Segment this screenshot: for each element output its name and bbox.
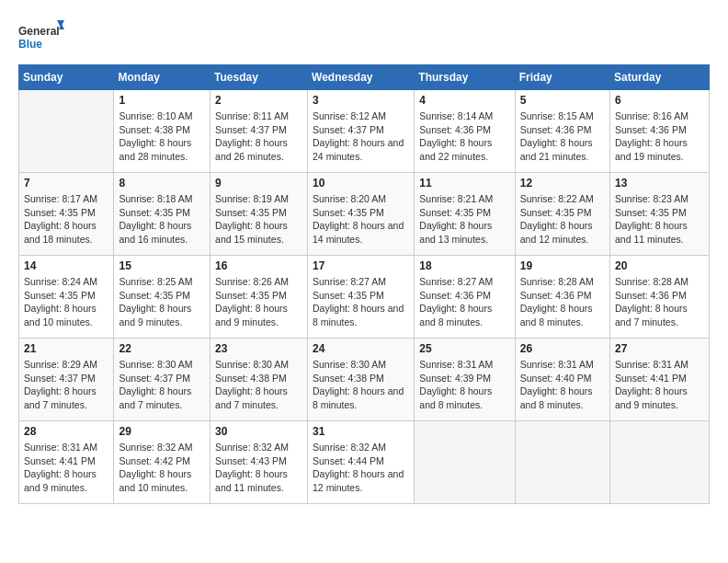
calendar-week-4: 21Sunrise: 8:29 AMSunset: 4:37 PMDayligh…	[19, 339, 710, 421]
day-info: Sunrise: 8:28 AMSunset: 4:36 PMDaylight:…	[615, 275, 704, 329]
day-number: 12	[520, 177, 605, 190]
calendar-cell: 23Sunrise: 8:30 AMSunset: 4:38 PMDayligh…	[210, 339, 308, 421]
day-number: 3	[313, 94, 409, 107]
page-header: General Blue	[18, 18, 710, 55]
calendar-cell: 6Sunrise: 8:16 AMSunset: 4:36 PMDaylight…	[610, 90, 710, 173]
calendar-cell: 3Sunrise: 8:12 AMSunset: 4:37 PMDaylight…	[308, 90, 415, 173]
day-info: Sunrise: 8:19 AMSunset: 4:35 PMDaylight:…	[215, 192, 302, 247]
day-info: Sunrise: 8:31 AMSunset: 4:41 PMDaylight:…	[24, 441, 108, 495]
calendar-cell: 15Sunrise: 8:25 AMSunset: 4:35 PMDayligh…	[114, 256, 210, 339]
day-number: 14	[24, 259, 108, 272]
calendar-week-2: 7Sunrise: 8:17 AMSunset: 4:35 PMDaylight…	[19, 173, 710, 256]
calendar-cell: 14Sunrise: 8:24 AMSunset: 4:35 PMDayligh…	[19, 256, 114, 339]
calendar-cell: 10Sunrise: 8:20 AMSunset: 4:35 PMDayligh…	[308, 173, 415, 256]
day-number: 26	[520, 342, 605, 355]
calendar-cell	[515, 421, 609, 504]
day-number: 18	[419, 259, 509, 272]
calendar-cell: 1Sunrise: 8:10 AMSunset: 4:38 PMDaylight…	[114, 90, 210, 173]
day-number: 30	[215, 425, 302, 438]
day-number: 8	[119, 177, 205, 190]
calendar-cell: 22Sunrise: 8:30 AMSunset: 4:37 PMDayligh…	[114, 339, 210, 421]
day-number: 13	[615, 177, 704, 190]
calendar-cell: 8Sunrise: 8:18 AMSunset: 4:35 PMDaylight…	[114, 173, 210, 256]
calendar-cell: 5Sunrise: 8:15 AMSunset: 4:36 PMDaylight…	[515, 90, 609, 173]
svg-text:Blue: Blue	[18, 38, 42, 51]
day-info: Sunrise: 8:22 AMSunset: 4:35 PMDaylight:…	[520, 192, 605, 247]
day-number: 9	[215, 177, 302, 190]
day-info: Sunrise: 8:31 AMSunset: 4:39 PMDaylight:…	[419, 358, 509, 412]
calendar-week-5: 28Sunrise: 8:31 AMSunset: 4:41 PMDayligh…	[19, 421, 710, 504]
day-info: Sunrise: 8:32 AMSunset: 4:44 PMDaylight:…	[313, 441, 409, 495]
logo: General Blue	[18, 18, 64, 55]
day-info: Sunrise: 8:20 AMSunset: 4:35 PMDaylight:…	[313, 192, 409, 247]
day-number: 2	[215, 94, 302, 107]
svg-text:General: General	[18, 25, 60, 38]
day-info: Sunrise: 8:25 AMSunset: 4:35 PMDaylight:…	[119, 275, 205, 329]
calendar-cell: 25Sunrise: 8:31 AMSunset: 4:39 PMDayligh…	[415, 339, 515, 421]
day-number: 5	[520, 94, 605, 107]
day-number: 31	[313, 425, 409, 438]
header-saturday: Saturday	[610, 65, 710, 90]
day-number: 17	[313, 259, 409, 272]
day-info: Sunrise: 8:10 AMSunset: 4:38 PMDaylight:…	[119, 109, 205, 164]
day-info: Sunrise: 8:21 AMSunset: 4:35 PMDaylight:…	[419, 192, 509, 247]
day-number: 23	[215, 342, 302, 355]
day-number: 21	[24, 342, 108, 355]
calendar-cell: 26Sunrise: 8:31 AMSunset: 4:40 PMDayligh…	[515, 339, 609, 421]
day-info: Sunrise: 8:30 AMSunset: 4:37 PMDaylight:…	[119, 358, 205, 412]
day-info: Sunrise: 8:28 AMSunset: 4:36 PMDaylight:…	[520, 275, 605, 329]
day-info: Sunrise: 8:27 AMSunset: 4:36 PMDaylight:…	[419, 275, 509, 329]
header-wednesday: Wednesday	[308, 65, 415, 90]
calendar-cell: 29Sunrise: 8:32 AMSunset: 4:42 PMDayligh…	[114, 421, 210, 504]
day-info: Sunrise: 8:32 AMSunset: 4:43 PMDaylight:…	[215, 441, 302, 495]
day-info: Sunrise: 8:31 AMSunset: 4:40 PMDaylight:…	[520, 358, 605, 412]
header-thursday: Thursday	[415, 65, 515, 90]
day-number: 16	[215, 259, 302, 272]
day-number: 24	[313, 342, 409, 355]
calendar-cell: 16Sunrise: 8:26 AMSunset: 4:35 PMDayligh…	[210, 256, 308, 339]
day-info: Sunrise: 8:30 AMSunset: 4:38 PMDaylight:…	[313, 358, 409, 412]
day-number: 10	[313, 177, 409, 190]
day-info: Sunrise: 8:14 AMSunset: 4:36 PMDaylight:…	[419, 109, 509, 164]
calendar-cell	[610, 421, 710, 504]
calendar-table: SundayMondayTuesdayWednesdayThursdayFrid…	[18, 64, 710, 504]
calendar-cell: 7Sunrise: 8:17 AMSunset: 4:35 PMDaylight…	[19, 173, 114, 256]
day-info: Sunrise: 8:18 AMSunset: 4:35 PMDaylight:…	[119, 192, 205, 247]
day-number: 29	[119, 425, 205, 438]
calendar-cell: 11Sunrise: 8:21 AMSunset: 4:35 PMDayligh…	[415, 173, 515, 256]
calendar-cell	[19, 90, 114, 173]
calendar-cell: 9Sunrise: 8:19 AMSunset: 4:35 PMDaylight…	[210, 173, 308, 256]
day-info: Sunrise: 8:17 AMSunset: 4:35 PMDaylight:…	[24, 192, 108, 247]
calendar-cell	[415, 421, 515, 504]
calendar-header-row: SundayMondayTuesdayWednesdayThursdayFrid…	[19, 65, 710, 90]
day-info: Sunrise: 8:32 AMSunset: 4:42 PMDaylight:…	[119, 441, 205, 495]
calendar-week-3: 14Sunrise: 8:24 AMSunset: 4:35 PMDayligh…	[19, 256, 710, 339]
header-friday: Friday	[515, 65, 609, 90]
calendar-cell: 30Sunrise: 8:32 AMSunset: 4:43 PMDayligh…	[210, 421, 308, 504]
day-number: 27	[615, 342, 704, 355]
day-info: Sunrise: 8:16 AMSunset: 4:36 PMDaylight:…	[615, 109, 704, 164]
day-number: 19	[520, 259, 605, 272]
calendar-cell: 2Sunrise: 8:11 AMSunset: 4:37 PMDaylight…	[210, 90, 308, 173]
calendar-cell: 12Sunrise: 8:22 AMSunset: 4:35 PMDayligh…	[515, 173, 609, 256]
calendar-cell: 4Sunrise: 8:14 AMSunset: 4:36 PMDaylight…	[415, 90, 515, 173]
day-number: 25	[419, 342, 509, 355]
calendar-cell: 28Sunrise: 8:31 AMSunset: 4:41 PMDayligh…	[19, 421, 114, 504]
day-number: 1	[119, 94, 205, 107]
calendar-cell: 17Sunrise: 8:27 AMSunset: 4:35 PMDayligh…	[308, 256, 415, 339]
day-number: 15	[119, 259, 205, 272]
calendar-cell: 24Sunrise: 8:30 AMSunset: 4:38 PMDayligh…	[308, 339, 415, 421]
calendar-cell: 18Sunrise: 8:27 AMSunset: 4:36 PMDayligh…	[415, 256, 515, 339]
day-number: 4	[419, 94, 509, 107]
calendar-cell: 21Sunrise: 8:29 AMSunset: 4:37 PMDayligh…	[19, 339, 114, 421]
day-info: Sunrise: 8:27 AMSunset: 4:35 PMDaylight:…	[313, 275, 409, 329]
day-number: 20	[615, 259, 704, 272]
day-info: Sunrise: 8:29 AMSunset: 4:37 PMDaylight:…	[24, 358, 108, 412]
day-info: Sunrise: 8:15 AMSunset: 4:36 PMDaylight:…	[520, 109, 605, 164]
day-info: Sunrise: 8:12 AMSunset: 4:37 PMDaylight:…	[313, 109, 409, 164]
calendar-cell: 13Sunrise: 8:23 AMSunset: 4:35 PMDayligh…	[610, 173, 710, 256]
header-tuesday: Tuesday	[210, 65, 308, 90]
day-info: Sunrise: 8:11 AMSunset: 4:37 PMDaylight:…	[215, 109, 302, 164]
day-info: Sunrise: 8:26 AMSunset: 4:35 PMDaylight:…	[215, 275, 302, 329]
day-info: Sunrise: 8:30 AMSunset: 4:38 PMDaylight:…	[215, 358, 302, 412]
